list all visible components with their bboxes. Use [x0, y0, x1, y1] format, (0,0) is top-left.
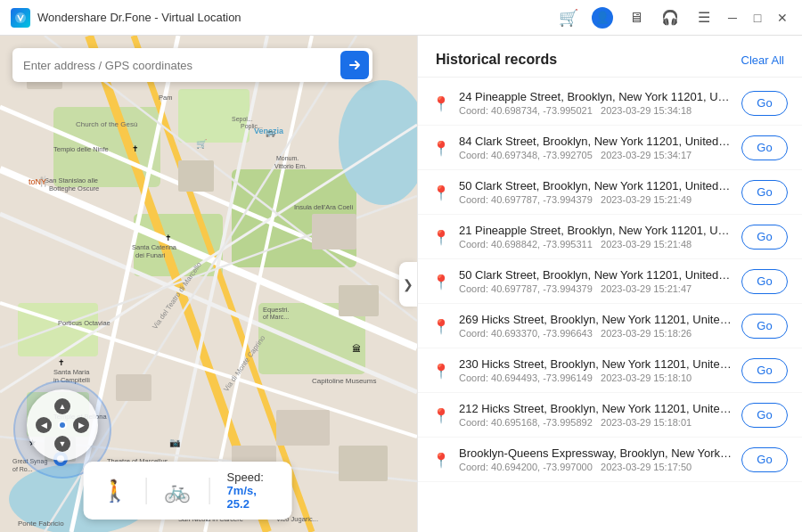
svg-rect-31 — [116, 374, 151, 401]
record-meta: Coord: 40.697787, -73.994379 2023-03-29 … — [459, 283, 732, 294]
compass-center — [58, 421, 67, 430]
go-button[interactable]: Go — [741, 314, 788, 339]
svg-text:Insula dell'Ara Coeli: Insula dell'Ara Coeli — [294, 203, 353, 211]
go-button[interactable]: Go — [741, 225, 788, 250]
record-item: 📍 50 Clark Street, Brooklyn, New York 11… — [418, 170, 802, 215]
monitor-icon[interactable]: 🖥 — [626, 7, 647, 29]
svg-text:🚌: 🚌 — [266, 127, 276, 138]
app-title: Wondershare Dr.Fone - Virtual Location — [37, 11, 558, 24]
toolbar-icons: 🛒 👤 🖥 🎧 ☰ — [558, 7, 715, 29]
svg-text:Botteghe Oscure: Botteghe Oscure — [49, 184, 99, 192]
record-info: Brooklyn-Queens Expressway, Brooklyn, Ne… — [459, 446, 732, 472]
record-address: 84 Clark Street, Brooklyn, New York 1120… — [459, 135, 732, 148]
svg-text:✝: ✝ — [58, 358, 65, 367]
speed-panel: 🚶 🚲 Speed: 7m/s, 25.2 — [84, 462, 292, 520]
minimize-button[interactable]: ─ — [724, 9, 741, 27]
user-icon[interactable]: 👤 — [592, 7, 613, 29]
bike-icon[interactable]: 🚲 — [164, 479, 191, 503]
main-layout: Church of the Gesù Tempio delle Ninfe Sa… — [0, 36, 802, 532]
go-button[interactable]: Go — [741, 269, 788, 294]
record-meta: Coord: 40.693370, -73.996643 2023-03-29 … — [459, 328, 732, 339]
record-pin-icon: 📍 — [432, 95, 450, 112]
record-item: 📍 269 Hicks Street, Brooklyn, New York 1… — [418, 304, 802, 348]
record-info: 50 Clark Street, Brooklyn, New York 1120… — [459, 179, 732, 205]
record-item: 📍 50 Clark Street, Brooklyn, New York 11… — [418, 259, 802, 304]
record-address: 230 Hicks Street, Brooklyn, New York 112… — [459, 357, 732, 371]
record-meta: Coord: 40.694200, -73.997000 2023-03-29 … — [459, 462, 732, 472]
svg-rect-27 — [178, 160, 214, 192]
svg-text:dei Funari: dei Funari — [135, 251, 166, 259]
record-info: 212 Hicks Street, Brooklyn, New York 112… — [459, 402, 732, 428]
svg-rect-28 — [312, 214, 356, 250]
menu-icon[interactable]: ☰ — [693, 7, 715, 29]
record-info: 84 Clark Street, Brooklyn, New York 1120… — [459, 135, 732, 160]
svg-text:Santa Caterina: Santa Caterina — [132, 243, 177, 251]
svg-text:Capitoline Museums: Capitoline Museums — [312, 377, 376, 385]
cart-icon[interactable]: 🛒 — [558, 7, 579, 29]
record-pin-icon: 📍 — [432, 229, 450, 246]
record-meta: Coord: 40.697348, -73.992705 2023-03-29 … — [459, 150, 732, 160]
svg-text:of Marc...: of Marc... — [263, 314, 289, 320]
svg-rect-29 — [339, 285, 379, 316]
record-info: 269 Hicks Street, Brooklyn, New York 112… — [459, 313, 732, 339]
svg-rect-34 — [339, 446, 388, 481]
record-info: 21 Pineapple Street, Brooklyn, New York … — [459, 224, 732, 250]
search-input[interactable] — [23, 59, 340, 72]
panel-title: Historical records — [436, 52, 557, 68]
compass-up-button[interactable]: ▲ — [54, 398, 70, 414]
svg-text:📷: 📷 — [169, 437, 181, 448]
window-controls: ─ □ ✕ — [724, 9, 791, 27]
record-pin-icon: 📍 — [432, 140, 450, 157]
svg-text:of Ro...: of Ro... — [12, 466, 33, 472]
go-button[interactable]: Go — [741, 135, 788, 160]
record-item: 📍 24 Pineapple Street, Brooklyn, New Yor… — [418, 81, 802, 126]
svg-text:Sepol...: Sepol... — [232, 116, 253, 123]
clear-all-button[interactable]: Clear All — [741, 53, 784, 67]
record-address: 269 Hicks Street, Brooklyn, New York 112… — [459, 313, 732, 326]
svg-text:Santa Maria: Santa Maria — [53, 368, 90, 376]
svg-text:Vittorio Em.: Vittorio Em. — [274, 163, 307, 169]
search-go-button[interactable] — [340, 51, 369, 79]
svg-rect-30 — [276, 410, 330, 446]
svg-text:Poplic...: Poplic... — [241, 123, 263, 130]
record-info: 230 Hicks Street, Brooklyn, New York 112… — [459, 357, 732, 383]
compass-right-button[interactable]: ▶ — [73, 417, 89, 433]
record-item: 📍 84 Clark Street, Brooklyn, New York 11… — [418, 126, 802, 170]
records-list: 📍 24 Pineapple Street, Brooklyn, New Yor… — [418, 78, 802, 532]
record-pin-icon: 📍 — [432, 318, 450, 335]
maximize-button[interactable]: □ — [749, 9, 766, 27]
compass-down-button[interactable]: ▼ — [54, 436, 70, 452]
svg-text:Equestri.: Equestri. — [263, 306, 290, 314]
close-button[interactable]: ✕ — [773, 9, 791, 27]
speed-display: Speed: 7m/s, 25.2 — [227, 471, 274, 511]
svg-text:toNY: toNY — [29, 177, 46, 186]
record-pin-icon: 📍 — [432, 452, 450, 469]
svg-text:Porticus Octaviae: Porticus Octaviae — [58, 319, 110, 327]
record-meta: Coord: 40.698734, -73.995021 2023-03-29 … — [459, 105, 732, 116]
go-button[interactable]: Go — [741, 358, 788, 383]
svg-text:Tempio delle Ninfe: Tempio delle Ninfe — [53, 145, 109, 153]
record-address: 50 Clark Street, Brooklyn, New York 1120… — [459, 268, 732, 282]
walk-icon[interactable]: 🚶 — [102, 479, 128, 503]
svg-text:Monum.: Monum. — [276, 155, 299, 161]
record-address: 24 Pineapple Street, Brooklyn, New York … — [459, 90, 732, 103]
collapse-panel-button[interactable]: ❯ — [399, 262, 417, 307]
svg-text:🏛: 🏛 — [352, 344, 361, 354]
compass-left-button[interactable]: ◀ — [36, 417, 52, 433]
record-meta: Coord: 40.695168, -73.995892 2023-03-29 … — [459, 417, 732, 428]
search-bar[interactable] — [12, 48, 372, 82]
svg-text:🛒: 🛒 — [196, 138, 208, 150]
record-address: 212 Hicks Street, Brooklyn, New York 112… — [459, 402, 732, 415]
compass: ▲ ▼ ◀ ▶ — [27, 389, 98, 461]
record-item: 📍 212 Hicks Street, Brooklyn, New York 1… — [418, 393, 802, 438]
speed-divider2 — [209, 478, 209, 504]
map-area[interactable]: Church of the Gesù Tempio delle Ninfe Sa… — [0, 36, 417, 532]
headset-icon[interactable]: 🎧 — [659, 7, 681, 29]
go-button[interactable]: Go — [741, 447, 788, 472]
go-button[interactable]: Go — [741, 403, 788, 428]
record-meta: Coord: 40.697787, -73.994379 2023-03-29 … — [459, 194, 732, 205]
go-button[interactable]: Go — [741, 91, 788, 116]
go-button[interactable]: Go — [741, 180, 788, 205]
titlebar: Wondershare Dr.Fone - Virtual Location 🛒… — [0, 0, 802, 36]
svg-text:Pam: Pam — [159, 94, 172, 102]
